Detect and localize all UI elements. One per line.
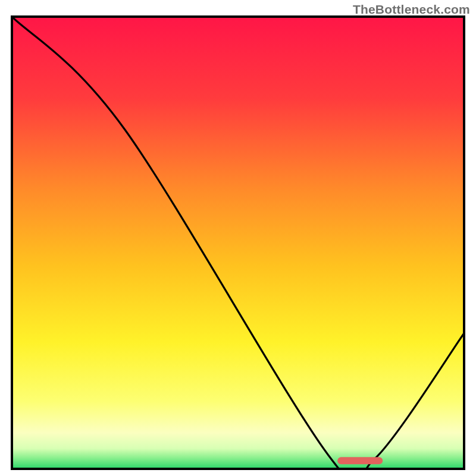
gradient-background xyxy=(12,17,464,469)
bottleneck-chart xyxy=(0,0,476,476)
watermark-label: TheBottleneck.com xyxy=(353,2,470,17)
chart-container: TheBottleneck.com xyxy=(0,0,476,476)
optimum-marker xyxy=(337,457,383,464)
